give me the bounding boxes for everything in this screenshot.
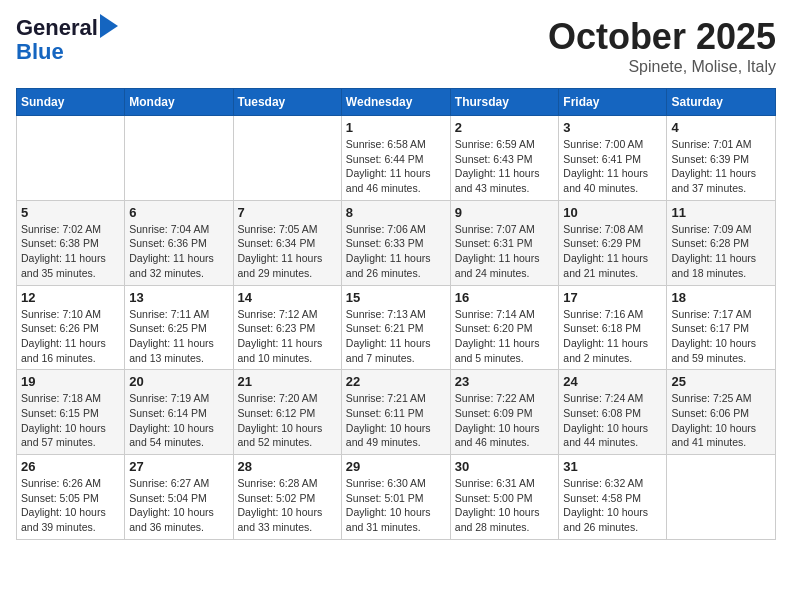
day-info: Sunrise: 6:59 AM Sunset: 6:43 PM Dayligh… <box>455 138 540 194</box>
day-info: Sunrise: 7:10 AM Sunset: 6:26 PM Dayligh… <box>21 308 106 364</box>
calendar-cell: 17Sunrise: 7:16 AM Sunset: 6:18 PM Dayli… <box>559 285 667 370</box>
day-info: Sunrise: 7:20 AM Sunset: 6:12 PM Dayligh… <box>238 392 323 448</box>
day-number: 31 <box>563 459 662 474</box>
day-info: Sunrise: 7:18 AM Sunset: 6:15 PM Dayligh… <box>21 392 106 448</box>
day-info: Sunrise: 7:04 AM Sunset: 6:36 PM Dayligh… <box>129 223 214 279</box>
header-friday: Friday <box>559 89 667 116</box>
day-info: Sunrise: 6:32 AM Sunset: 4:58 PM Dayligh… <box>563 477 648 533</box>
day-info: Sunrise: 7:07 AM Sunset: 6:31 PM Dayligh… <box>455 223 540 279</box>
calendar-cell: 16Sunrise: 7:14 AM Sunset: 6:20 PM Dayli… <box>450 285 559 370</box>
calendar-cell: 1Sunrise: 6:58 AM Sunset: 6:44 PM Daylig… <box>341 116 450 201</box>
calendar-cell: 9Sunrise: 7:07 AM Sunset: 6:31 PM Daylig… <box>450 200 559 285</box>
day-info: Sunrise: 6:26 AM Sunset: 5:05 PM Dayligh… <box>21 477 106 533</box>
day-number: 7 <box>238 205 337 220</box>
day-info: Sunrise: 6:58 AM Sunset: 6:44 PM Dayligh… <box>346 138 431 194</box>
calendar-cell: 10Sunrise: 7:08 AM Sunset: 6:29 PM Dayli… <box>559 200 667 285</box>
day-number: 27 <box>129 459 228 474</box>
day-number: 8 <box>346 205 446 220</box>
day-number: 18 <box>671 290 771 305</box>
calendar-cell: 18Sunrise: 7:17 AM Sunset: 6:17 PM Dayli… <box>667 285 776 370</box>
day-info: Sunrise: 7:12 AM Sunset: 6:23 PM Dayligh… <box>238 308 323 364</box>
calendar-cell: 27Sunrise: 6:27 AM Sunset: 5:04 PM Dayli… <box>125 455 233 540</box>
calendar-cell: 5Sunrise: 7:02 AM Sunset: 6:38 PM Daylig… <box>17 200 125 285</box>
header-tuesday: Tuesday <box>233 89 341 116</box>
day-number: 23 <box>455 374 555 389</box>
header-monday: Monday <box>125 89 233 116</box>
calendar-cell: 8Sunrise: 7:06 AM Sunset: 6:33 PM Daylig… <box>341 200 450 285</box>
calendar-cell: 25Sunrise: 7:25 AM Sunset: 6:06 PM Dayli… <box>667 370 776 455</box>
header-thursday: Thursday <box>450 89 559 116</box>
calendar-cell: 4Sunrise: 7:01 AM Sunset: 6:39 PM Daylig… <box>667 116 776 201</box>
page-header: General Blue October 2025 Spinete, Molis… <box>16 16 776 76</box>
calendar-title-block: October 2025 Spinete, Molise, Italy <box>548 16 776 76</box>
day-number: 11 <box>671 205 771 220</box>
day-info: Sunrise: 7:24 AM Sunset: 6:08 PM Dayligh… <box>563 392 648 448</box>
calendar-month-year: October 2025 <box>548 16 776 58</box>
calendar-week-row: 5Sunrise: 7:02 AM Sunset: 6:38 PM Daylig… <box>17 200 776 285</box>
day-info: Sunrise: 7:08 AM Sunset: 6:29 PM Dayligh… <box>563 223 648 279</box>
header-wednesday: Wednesday <box>341 89 450 116</box>
day-number: 3 <box>563 120 662 135</box>
calendar-week-row: 1Sunrise: 6:58 AM Sunset: 6:44 PM Daylig… <box>17 116 776 201</box>
calendar-week-row: 26Sunrise: 6:26 AM Sunset: 5:05 PM Dayli… <box>17 455 776 540</box>
calendar-week-row: 12Sunrise: 7:10 AM Sunset: 6:26 PM Dayli… <box>17 285 776 370</box>
calendar-cell: 12Sunrise: 7:10 AM Sunset: 6:26 PM Dayli… <box>17 285 125 370</box>
calendar-cell: 13Sunrise: 7:11 AM Sunset: 6:25 PM Dayli… <box>125 285 233 370</box>
day-number: 2 <box>455 120 555 135</box>
day-number: 21 <box>238 374 337 389</box>
day-number: 15 <box>346 290 446 305</box>
day-number: 19 <box>21 374 120 389</box>
day-info: Sunrise: 7:13 AM Sunset: 6:21 PM Dayligh… <box>346 308 431 364</box>
calendar-cell <box>17 116 125 201</box>
day-number: 13 <box>129 290 228 305</box>
day-number: 14 <box>238 290 337 305</box>
calendar-cell: 20Sunrise: 7:19 AM Sunset: 6:14 PM Dayli… <box>125 370 233 455</box>
day-info: Sunrise: 7:00 AM Sunset: 6:41 PM Dayligh… <box>563 138 648 194</box>
day-number: 10 <box>563 205 662 220</box>
day-number: 28 <box>238 459 337 474</box>
calendar-cell <box>125 116 233 201</box>
logo: General Blue <box>16 16 118 64</box>
day-info: Sunrise: 7:14 AM Sunset: 6:20 PM Dayligh… <box>455 308 540 364</box>
header-sunday: Sunday <box>17 89 125 116</box>
day-number: 25 <box>671 374 771 389</box>
day-number: 20 <box>129 374 228 389</box>
day-info: Sunrise: 7:05 AM Sunset: 6:34 PM Dayligh… <box>238 223 323 279</box>
day-number: 24 <box>563 374 662 389</box>
logo-text-general: General <box>16 16 98 40</box>
calendar-cell: 24Sunrise: 7:24 AM Sunset: 6:08 PM Dayli… <box>559 370 667 455</box>
day-info: Sunrise: 7:06 AM Sunset: 6:33 PM Dayligh… <box>346 223 431 279</box>
calendar-week-row: 19Sunrise: 7:18 AM Sunset: 6:15 PM Dayli… <box>17 370 776 455</box>
day-number: 1 <box>346 120 446 135</box>
day-info: Sunrise: 7:11 AM Sunset: 6:25 PM Dayligh… <box>129 308 214 364</box>
day-info: Sunrise: 7:09 AM Sunset: 6:28 PM Dayligh… <box>671 223 756 279</box>
calendar-cell: 21Sunrise: 7:20 AM Sunset: 6:12 PM Dayli… <box>233 370 341 455</box>
day-number: 29 <box>346 459 446 474</box>
calendar-cell: 22Sunrise: 7:21 AM Sunset: 6:11 PM Dayli… <box>341 370 450 455</box>
day-info: Sunrise: 7:16 AM Sunset: 6:18 PM Dayligh… <box>563 308 648 364</box>
day-info: Sunrise: 6:27 AM Sunset: 5:04 PM Dayligh… <box>129 477 214 533</box>
day-number: 4 <box>671 120 771 135</box>
calendar-cell: 26Sunrise: 6:26 AM Sunset: 5:05 PM Dayli… <box>17 455 125 540</box>
calendar-cell: 30Sunrise: 6:31 AM Sunset: 5:00 PM Dayli… <box>450 455 559 540</box>
calendar-cell: 31Sunrise: 6:32 AM Sunset: 4:58 PM Dayli… <box>559 455 667 540</box>
calendar-cell <box>667 455 776 540</box>
calendar-cell: 23Sunrise: 7:22 AM Sunset: 6:09 PM Dayli… <box>450 370 559 455</box>
day-info: Sunrise: 6:30 AM Sunset: 5:01 PM Dayligh… <box>346 477 431 533</box>
day-number: 12 <box>21 290 120 305</box>
day-number: 30 <box>455 459 555 474</box>
day-number: 26 <box>21 459 120 474</box>
calendar-cell: 2Sunrise: 6:59 AM Sunset: 6:43 PM Daylig… <box>450 116 559 201</box>
calendar-cell: 11Sunrise: 7:09 AM Sunset: 6:28 PM Dayli… <box>667 200 776 285</box>
day-info: Sunrise: 7:17 AM Sunset: 6:17 PM Dayligh… <box>671 308 756 364</box>
calendar-cell: 28Sunrise: 6:28 AM Sunset: 5:02 PM Dayli… <box>233 455 341 540</box>
calendar-cell: 19Sunrise: 7:18 AM Sunset: 6:15 PM Dayli… <box>17 370 125 455</box>
calendar-cell <box>233 116 341 201</box>
day-info: Sunrise: 7:22 AM Sunset: 6:09 PM Dayligh… <box>455 392 540 448</box>
day-number: 5 <box>21 205 120 220</box>
header-saturday: Saturday <box>667 89 776 116</box>
day-number: 17 <box>563 290 662 305</box>
day-info: Sunrise: 7:02 AM Sunset: 6:38 PM Dayligh… <box>21 223 106 279</box>
calendar-cell: 7Sunrise: 7:05 AM Sunset: 6:34 PM Daylig… <box>233 200 341 285</box>
calendar-location: Spinete, Molise, Italy <box>548 58 776 76</box>
